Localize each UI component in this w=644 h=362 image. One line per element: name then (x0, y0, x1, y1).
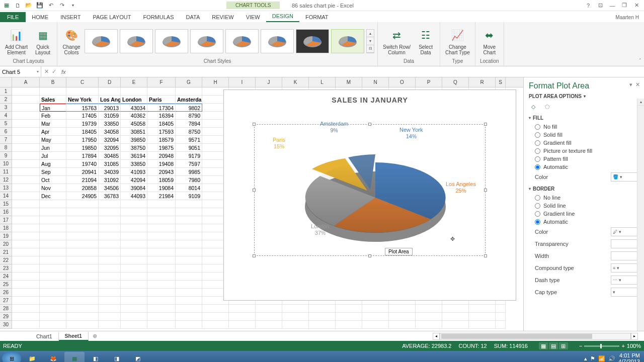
cell[interactable]: Oct (40, 176, 66, 184)
cell[interactable] (176, 256, 202, 264)
picture-fill-radio[interactable]: Picture or texture fill (529, 147, 639, 155)
cell[interactable]: 9985 (176, 168, 202, 176)
cell[interactable] (99, 216, 121, 224)
cell[interactable] (442, 313, 469, 321)
tray-flag-icon[interactable]: ⚑ (590, 355, 595, 362)
row-header[interactable]: 26 (0, 289, 12, 297)
cell[interactable] (99, 297, 121, 305)
cell[interactable] (309, 305, 336, 313)
cell[interactable] (66, 273, 99, 281)
cell[interactable]: Sales (40, 96, 66, 104)
gradient-line-radio[interactable]: Gradient line (529, 210, 639, 218)
cell[interactable]: Jun (40, 144, 66, 152)
cell[interactable] (12, 184, 40, 192)
cell[interactable]: 20943 (147, 168, 176, 176)
pane-scrollbar[interactable]: ▴ (637, 99, 644, 331)
cell[interactable] (66, 321, 99, 329)
tab-data[interactable]: DATA (180, 12, 206, 22)
fill-section[interactable]: FILL (529, 115, 639, 121)
auto-line-radio[interactable]: Automatic (529, 218, 639, 226)
cell[interactable] (66, 264, 99, 273)
cell[interactable] (99, 313, 121, 321)
cell[interactable] (66, 232, 99, 240)
cell[interactable] (99, 232, 121, 240)
cell[interactable] (496, 313, 506, 321)
cell[interactable] (496, 321, 506, 329)
cell[interactable] (66, 224, 99, 232)
gallery-scroll[interactable]: ▴▾⊟ (366, 29, 374, 53)
border-section[interactable]: BORDER (529, 186, 639, 192)
add-chart-element-button[interactable]: 📊Add Chart Element (3, 26, 30, 56)
cell[interactable] (176, 297, 202, 305)
cell[interactable] (66, 281, 99, 289)
select-all-corner[interactable] (0, 77, 12, 87)
chart-style-7[interactable] (296, 29, 329, 53)
cell[interactable] (12, 297, 40, 305)
sheet-tab-sheet1[interactable]: Sheet1 (59, 332, 89, 341)
cell[interactable] (147, 297, 176, 305)
cell[interactable] (282, 321, 309, 329)
cell[interactable]: Jul (40, 152, 66, 160)
cell[interactable]: 40362 (121, 112, 147, 120)
label-la[interactable]: Los Angeles25% (446, 181, 476, 194)
zoom-slider[interactable] (584, 345, 619, 347)
change-chart-type-button[interactable]: 📈Change Chart Type (443, 26, 472, 56)
cell[interactable] (147, 256, 176, 264)
gradient-fill-radio[interactable]: Gradient fill (529, 139, 639, 147)
cell[interactable]: Paris (147, 96, 176, 104)
qat-menu-icon[interactable]: ▾ (68, 1, 77, 10)
col-header[interactable]: S (496, 77, 506, 87)
cell[interactable]: 34506 (99, 184, 121, 192)
fill-color-picker[interactable]: 🪣 ▾ (611, 172, 639, 182)
help-icon[interactable]: ? (583, 1, 594, 10)
hscroll-track[interactable] (440, 333, 631, 340)
minimize-icon[interactable]: — (607, 1, 618, 10)
cell[interactable] (40, 281, 66, 289)
account-name[interactable]: Maarten H (610, 13, 644, 22)
tray-network-icon[interactable]: 📶 (598, 355, 605, 362)
row-header[interactable]: 3 (0, 104, 12, 112)
cell[interactable] (40, 264, 66, 273)
redo-icon[interactable]: ↷ (57, 1, 66, 10)
cell[interactable]: 21984 (147, 192, 176, 200)
row-header[interactable]: 17 (0, 216, 12, 224)
cell[interactable] (12, 112, 40, 120)
cell[interactable]: 9571 (176, 136, 202, 144)
dash-picker[interactable]: ⋯ ▾ (611, 276, 639, 285)
cell[interactable] (40, 208, 66, 216)
cell[interactable] (66, 256, 99, 264)
cell[interactable] (99, 240, 121, 248)
tab-design[interactable]: DESIGN (266, 11, 299, 22)
page-break-icon[interactable]: ⊞ (559, 342, 568, 349)
cell[interactable] (12, 240, 40, 248)
cell[interactable] (12, 152, 40, 160)
cell[interactable] (99, 321, 121, 329)
cell[interactable] (121, 240, 147, 248)
tab-insert[interactable]: INSERT (54, 12, 87, 22)
hscroll-left[interactable]: ◂ (433, 333, 440, 340)
row-header[interactable]: 5 (0, 120, 12, 128)
cell[interactable] (40, 240, 66, 248)
cell[interactable] (40, 297, 66, 305)
cell[interactable]: 7597 (176, 160, 202, 168)
cell[interactable]: 8750 (176, 128, 202, 136)
cell[interactable] (121, 264, 147, 273)
cell[interactable]: 20858 (66, 184, 99, 192)
cell[interactable] (40, 313, 66, 321)
cell[interactable] (121, 87, 147, 96)
cell[interactable] (12, 248, 40, 256)
select-data-button[interactable]: ☷Select Data (415, 26, 437, 56)
cell[interactable]: 9051 (176, 144, 202, 152)
cell[interactable]: 17304 (147, 104, 176, 112)
normal-view-icon[interactable]: ▦ (539, 342, 548, 349)
row-header[interactable]: 7 (0, 136, 12, 144)
cell[interactable] (12, 200, 40, 208)
tray-chevron-icon[interactable]: ▴ (584, 355, 587, 362)
cell[interactable]: Los Angeles (99, 96, 121, 104)
sheet-tab-chart1[interactable]: Chart1 (30, 332, 59, 340)
cell[interactable]: 17405 (66, 112, 99, 120)
change-colors-button[interactable]: 🎨Change Colors (60, 26, 83, 56)
cell[interactable]: 31059 (99, 112, 121, 120)
cell[interactable] (12, 224, 40, 232)
cell[interactable]: 31092 (99, 176, 121, 184)
